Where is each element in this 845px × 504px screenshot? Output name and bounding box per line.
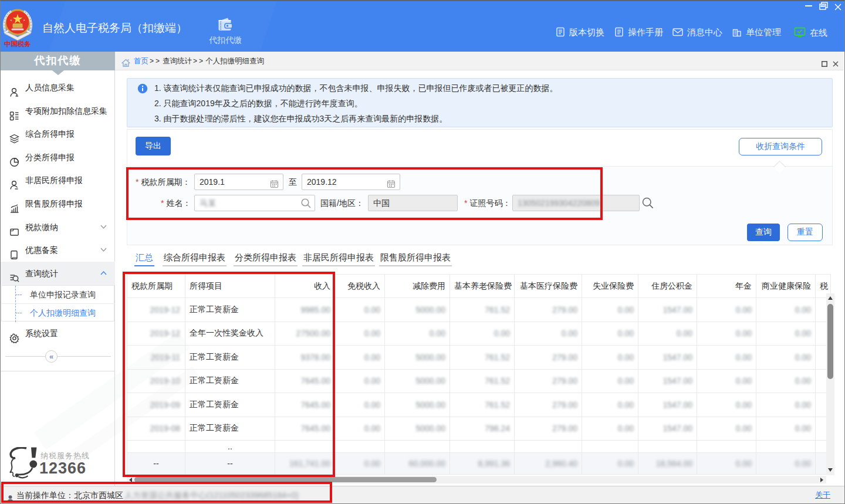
svg-text:中国税务: 中国税务 xyxy=(4,40,32,48)
